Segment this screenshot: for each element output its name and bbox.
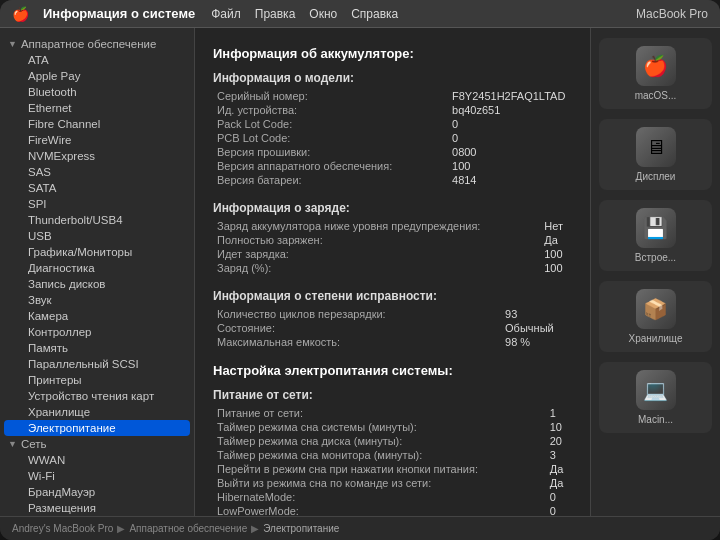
table-row: Заряд (%):100 (213, 261, 572, 275)
builtin-label: Встрое... (635, 252, 676, 263)
row-value: 20 (546, 434, 572, 448)
app-title: Информация о системе (43, 6, 195, 21)
row-label: Количество циклов перезарядки: (213, 307, 501, 321)
sidebar-item-wifi[interactable]: Wi-Fi (4, 468, 190, 484)
displays-label: Дисплеи (636, 171, 676, 182)
row-value: 4814 (448, 173, 572, 187)
table-row: LowPowerMode:0 (213, 504, 572, 516)
network-arrow-icon: ▼ (8, 439, 17, 449)
sidebar-item-camera[interactable]: Камера (4, 308, 190, 324)
card-storage[interactable]: 📦 Хранилище (599, 281, 712, 352)
menu-bar: 🍎 Информация о системе Файл Правка Окно … (0, 0, 720, 28)
sidebar-item-locations[interactable]: Размещения (4, 500, 190, 516)
storage-icon: 📦 (636, 289, 676, 329)
table-row: Серийный номер:F8Y2451H2FAQ1LTAD (213, 89, 572, 103)
row-label: Выйти из режима сна по команде из сети: (213, 476, 546, 490)
menu-file[interactable]: Файл (211, 7, 241, 21)
sidebar-item-sas[interactable]: SAS (4, 164, 190, 180)
breadcrumb-sep2: ▶ (251, 523, 259, 534)
sidebar-item-parallelscsi[interactable]: Параллельный SCSI (4, 356, 190, 372)
detail-panel: Информация об аккумуляторе: Информация о… (195, 28, 590, 516)
hardware-section-label: Аппаратное обеспечение (21, 38, 156, 50)
row-value: bq40z651 (448, 103, 572, 117)
sidebar-item-ethernet[interactable]: Ethernet (4, 100, 190, 116)
row-value: F8Y2451H2FAQ1LTAD (448, 89, 572, 103)
macos-icon: 🍎 (636, 46, 676, 86)
table-row: Максимальная емкость:98 % (213, 335, 572, 349)
sidebar-item-sound[interactable]: Звук (4, 292, 190, 308)
menu-edit[interactable]: Правка (255, 7, 296, 21)
table-row: Состояние:Обычный (213, 321, 572, 335)
network-section-label: Сеть (21, 438, 47, 450)
row-value: Да (546, 476, 572, 490)
menu-help[interactable]: Справка (351, 7, 398, 21)
table-row: Версия аппаратного обеспечения:100 (213, 159, 572, 173)
network-section-header[interactable]: ▼ Сеть (0, 436, 194, 452)
row-value: Обычный (501, 321, 572, 335)
row-value: 1 (546, 406, 572, 420)
table-row: Питание от сети:1 (213, 406, 572, 420)
row-label: Полностью заряжен: (213, 233, 540, 247)
table-row: PCB Lot Code:0 (213, 131, 572, 145)
sidebar-item-controller[interactable]: Контроллер (4, 324, 190, 340)
sidebar-item-sata[interactable]: SATA (4, 180, 190, 196)
macin-icon: 💻 (636, 370, 676, 410)
row-label: Состояние: (213, 321, 501, 335)
table-row: Полностью заряжен:Да (213, 233, 572, 247)
row-label: Максимальная емкость: (213, 335, 501, 349)
sidebar-item-graphics[interactable]: Графика/Мониторы (4, 244, 190, 260)
row-label: HibernateMode: (213, 490, 546, 504)
row-label: Таймер режима сна системы (минуты): (213, 420, 546, 434)
power-section-title: Настройка электропитания системы: (213, 363, 572, 378)
card-builtin[interactable]: 💾 Встрое... (599, 200, 712, 271)
sidebar-item-firewall[interactable]: БрандМауэр (4, 484, 190, 500)
sidebar-item-nvmexpress[interactable]: NVMExpress (4, 148, 190, 164)
card-displays[interactable]: 🖥 Дисплеи (599, 119, 712, 190)
sidebar-item-diagnostics[interactable]: Диагностика (4, 260, 190, 276)
sidebar-item-wwan[interactable]: WWAN (4, 452, 190, 468)
card-macos[interactable]: 🍎 macOS... (599, 38, 712, 109)
sidebar-item-memory[interactable]: Память (4, 340, 190, 356)
menu-window[interactable]: Окно (309, 7, 337, 21)
sidebar-item-storage[interactable]: Хранилище (4, 404, 190, 420)
sidebar-item-ata[interactable]: ATA (4, 52, 190, 68)
sidebar-item-applepay[interactable]: Apple Pay (4, 68, 190, 84)
sidebar-item-spi[interactable]: SPI (4, 196, 190, 212)
apple-icon[interactable]: 🍎 (12, 6, 29, 22)
hardware-section-header[interactable]: ▼ Аппаратное обеспечение (0, 36, 194, 52)
ac-table: Питание от сети:1Таймер режима сна систе… (213, 406, 572, 516)
sidebar-item-printers[interactable]: Принтеры (4, 372, 190, 388)
row-value: 93 (501, 307, 572, 321)
row-value: 3 (546, 448, 572, 462)
row-label: Перейти в режим сна при нажатии кнопки п… (213, 462, 546, 476)
battery-info-table: Серийный номер:F8Y2451H2FAQ1LTADИд. устр… (213, 89, 572, 187)
table-row: Выйти из режима сна по команде из сети:Д… (213, 476, 572, 490)
row-value: Нет (540, 219, 572, 233)
sidebar-item-diskburn[interactable]: Запись дисков (4, 276, 190, 292)
row-value: 0 (546, 504, 572, 516)
row-value: Да (546, 462, 572, 476)
displays-icon: 🖥 (636, 127, 676, 167)
sidebar: ▼ Аппаратное обеспечение ATA Apple Pay B… (0, 28, 195, 516)
sidebar-item-firewire[interactable]: FireWire (4, 132, 190, 148)
row-label: Серийный номер: (213, 89, 448, 103)
sidebar-item-power[interactable]: Электропитание (4, 420, 190, 436)
table-row: Таймер режима сна монитора (минуты):3 (213, 448, 572, 462)
sidebar-item-thunderbolt[interactable]: Thunderbolt/USB4 (4, 212, 190, 228)
row-label: Заряд аккумулятора ниже уровня предупреж… (213, 219, 540, 233)
row-label: Питание от сети: (213, 406, 546, 420)
sidebar-item-usb[interactable]: USB (4, 228, 190, 244)
row-label: Таймер режима сна диска (минуты): (213, 434, 546, 448)
row-label: Таймер режима сна монитора (минуты): (213, 448, 546, 462)
table-row: Идет зарядка:100 (213, 247, 572, 261)
window-title: MacBook Pro (636, 7, 708, 21)
sidebar-item-fibrechannel[interactable]: Fibre Channel (4, 116, 190, 132)
sidebar-item-cardreader[interactable]: Устройство чтения карт (4, 388, 190, 404)
table-row: HibernateMode:0 (213, 490, 572, 504)
ac-header: Питание от сети: (213, 388, 572, 402)
row-label: PCB Lot Code: (213, 131, 448, 145)
sidebar-item-bluetooth[interactable]: Bluetooth (4, 84, 190, 100)
row-label: Версия батареи: (213, 173, 448, 187)
card-macin[interactable]: 💻 Macin... (599, 362, 712, 433)
row-value: 10 (546, 420, 572, 434)
